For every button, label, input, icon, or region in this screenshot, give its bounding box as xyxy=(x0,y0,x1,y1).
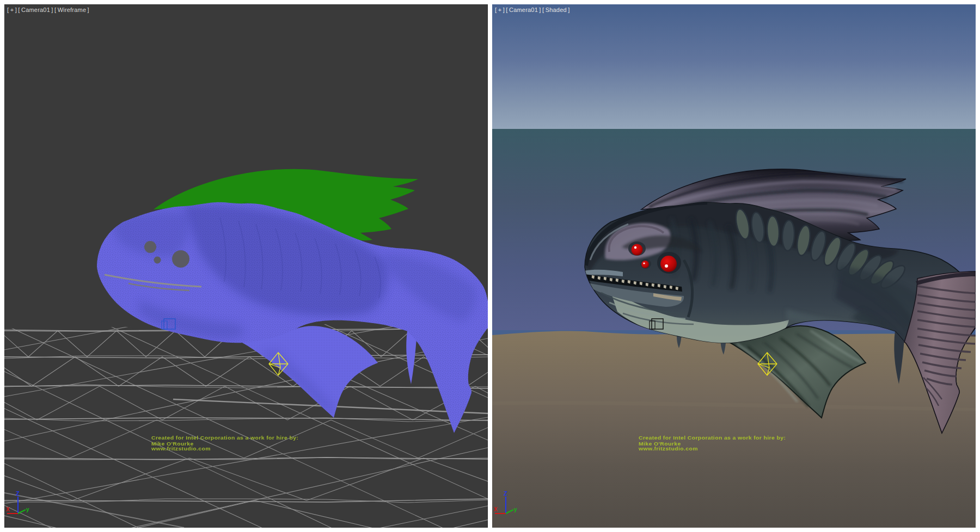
svg-text:Z: Z xyxy=(504,490,507,497)
svg-text:X: X xyxy=(494,506,498,512)
svg-text:Z: Z xyxy=(16,490,20,497)
svg-text:y: y xyxy=(26,506,29,512)
svg-text:X: X xyxy=(6,506,10,512)
svg-text:y: y xyxy=(514,506,517,512)
